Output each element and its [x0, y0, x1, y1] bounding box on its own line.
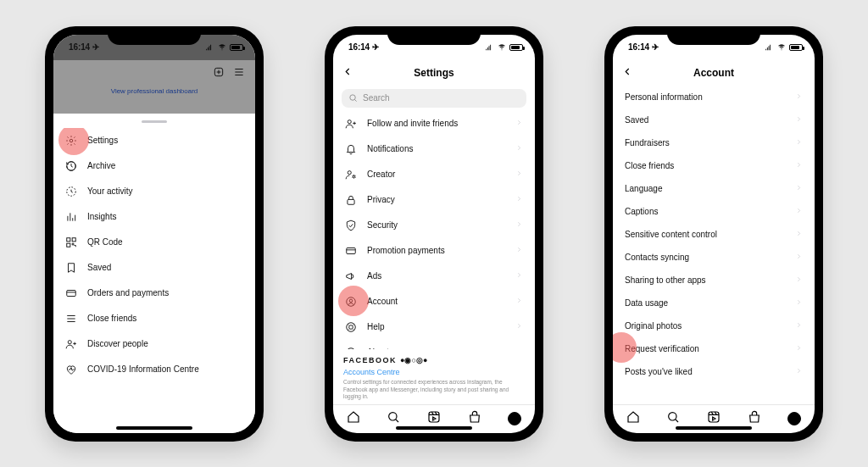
personplus-icon	[345, 118, 357, 130]
menu-item[interactable]: COVID-19 Information Centre	[53, 357, 255, 382]
chevron-right-icon	[795, 184, 803, 193]
account-item[interactable]: Sharing to other apps	[613, 269, 815, 292]
heartpulse-icon	[65, 364, 77, 375]
tab-shop[interactable]	[468, 410, 481, 427]
account-item-label: Sensitive content control	[625, 230, 717, 239]
account-item[interactable]: Original photos	[613, 314, 815, 337]
menu-item-label: Settings	[87, 136, 118, 145]
lock-icon	[345, 194, 357, 206]
chevron-right-icon	[795, 321, 803, 331]
menu-item-label: Account	[367, 297, 398, 306]
account-item[interactable]: Captions	[613, 200, 815, 223]
menu-item[interactable]: Follow and invite friends	[333, 111, 535, 136]
home-indicator-icon[interactable]	[676, 426, 752, 430]
menu-item[interactable]: Privacy	[333, 187, 535, 213]
menu-item[interactable]: Orders and payments	[53, 281, 255, 306]
tab-profile[interactable]	[787, 412, 801, 425]
account-item[interactable]: Language	[613, 177, 815, 200]
home-indicator-icon[interactable]	[396, 426, 472, 430]
tab-profile[interactable]	[508, 412, 521, 425]
tab-shop[interactable]	[748, 410, 761, 427]
status-indicators	[484, 43, 523, 52]
account-item-label: Original photos	[625, 321, 682, 331]
bookmark-icon	[65, 262, 77, 274]
tab-home[interactable]	[626, 410, 640, 427]
tab-home[interactable]	[347, 410, 360, 427]
profile-avatar-icon	[508, 412, 521, 425]
chevron-right-icon	[795, 367, 803, 376]
menu-item[interactable]: Settings	[53, 128, 255, 153]
profile-avatar-icon	[787, 412, 801, 425]
account-item-label: Language	[625, 184, 663, 193]
menu-item-label: Saved	[87, 263, 111, 272]
menu-item-label: Archive	[87, 161, 115, 170]
clock-icon	[65, 186, 77, 197]
account-item[interactable]: Sensitive content control	[613, 223, 815, 246]
chevron-right-icon	[795, 207, 803, 216]
menu-item[interactable]: Promotion payments	[333, 238, 535, 264]
home-indicator-icon[interactable]	[116, 426, 192, 430]
card-icon	[345, 245, 357, 257]
account-item-label: Data usage	[625, 298, 668, 308]
account-item[interactable]: Data usage	[613, 292, 815, 314]
chevron-right-icon	[515, 271, 523, 281]
chevron-right-icon	[515, 119, 523, 128]
tab-reels[interactable]	[707, 410, 721, 427]
account-item-label: Contacts syncing	[625, 253, 689, 262]
screen: 16:14 ✈ Account Personal informationSave…	[613, 35, 815, 433]
account-item[interactable]: Personal information	[613, 86, 815, 108]
tab-reels[interactable]	[427, 410, 441, 427]
back-button[interactable]	[621, 65, 633, 80]
accounts-centre-link[interactable]: Accounts Centre	[343, 368, 525, 376]
tab-search[interactable]	[666, 410, 680, 427]
menu-item[interactable]: Ads	[333, 264, 535, 289]
account-item[interactable]: Close friends	[613, 154, 815, 177]
back-button[interactable]	[342, 65, 353, 80]
bell-icon	[345, 143, 357, 155]
menu-item[interactable]: Discover people	[53, 331, 255, 357]
account-item[interactable]: Posts you've liked	[613, 360, 815, 383]
history-icon	[65, 160, 77, 172]
personplus-icon	[65, 338, 77, 350]
status-time: 16:14 ✈	[628, 42, 659, 52]
menu-item[interactable]: Security	[333, 213, 535, 238]
qr-icon	[65, 236, 77, 248]
menu-item[interactable]: Your activity	[53, 179, 255, 204]
menu-item-label: QR Code	[87, 237, 123, 247]
search-input[interactable]: Search	[342, 89, 526, 108]
chevron-right-icon	[795, 253, 803, 262]
info-icon	[345, 347, 357, 350]
menu-item[interactable]: Saved	[53, 255, 255, 281]
page-title: Account	[693, 67, 734, 79]
sheet-grabber-icon[interactable]	[142, 120, 167, 123]
phone-step-3: 16:14 ✈ Account Personal informationSave…	[604, 26, 823, 442]
menu-item[interactable]: Account	[333, 289, 535, 314]
menu-item[interactable]: Help	[333, 314, 535, 340]
account-item-label: Fundraisers	[625, 138, 670, 147]
menu-item[interactable]: Archive	[53, 153, 255, 179]
hamburger-sheet: SettingsArchiveYour activityInsightsQR C…	[53, 114, 255, 433]
chevron-right-icon	[515, 246, 523, 255]
account-item[interactable]: Saved	[613, 108, 815, 131]
account-item[interactable]: Fundraisers	[613, 131, 815, 154]
menu-item[interactable]: QR Code	[53, 230, 255, 255]
menu-item[interactable]: Creator	[333, 162, 535, 187]
menu-item[interactable]: Notifications	[333, 136, 535, 162]
account-item[interactable]: Contacts syncing	[613, 246, 815, 269]
menu-item-label: Help	[367, 322, 385, 331]
account-item[interactable]: Request verification	[613, 337, 815, 360]
chevron-right-icon	[795, 92, 803, 102]
menu-item[interactable]: Insights	[53, 204, 255, 230]
accounts-centre-desc: Control settings for connected experienc…	[343, 379, 525, 400]
account-item-label: Saved	[625, 115, 648, 125]
menu-item-label: Your activity	[87, 186, 133, 196]
menu-item-label: COVID-19 Information Centre	[87, 364, 199, 374]
chevron-right-icon	[795, 230, 803, 239]
menu-item-label: Creator	[367, 170, 395, 179]
menu-item[interactable]: About	[333, 340, 535, 350]
chevron-right-icon	[795, 275, 803, 285]
menu-item[interactable]: Close friends	[53, 306, 255, 331]
account-item-label: Personal information	[625, 92, 703, 102]
menu-item-label: Privacy	[367, 195, 395, 204]
tab-search[interactable]	[387, 410, 400, 427]
